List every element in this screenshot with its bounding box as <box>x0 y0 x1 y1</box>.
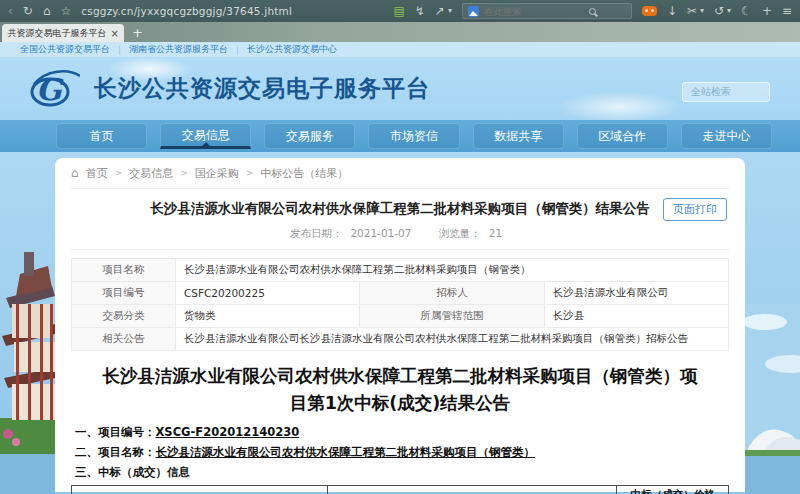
related-notice-link[interactable]: 长沙县洁源水业有限公司长沙县洁源水业有限公司农村供水保障工程第二批材料采购项目（… <box>176 327 729 350</box>
nav-market-credit[interactable]: 市场资信 <box>368 123 459 149</box>
category-label: 交易分类 <box>72 304 176 327</box>
link-divider: | <box>118 45 121 55</box>
breadcrumb-soe-procurement[interactable]: 国企采购 <box>195 166 239 181</box>
night-mode-icon[interactable]: ☾ <box>741 0 752 22</box>
project-no-value: CSFC20200225 <box>176 281 360 304</box>
page-background: 全国公共资源交易平台 | 湖南省公共资源服务平台 | 长沙公共资源交易中心 G … <box>0 42 800 494</box>
breadcrumb-home[interactable]: 首页 <box>86 166 108 181</box>
home-icon[interactable]: ⌂ <box>43 0 51 22</box>
nav-trading-info[interactable]: 交易信息 <box>160 123 251 149</box>
flash-icon[interactable]: ↯ <box>415 0 425 22</box>
back-icon[interactable]: ‹ <box>8 0 13 22</box>
site-title: 长沙公共资源交易电子服务平台 <box>94 73 682 104</box>
toolbar-search-box[interactable] <box>462 3 632 19</box>
scissors-icon[interactable]: ✂ <box>687 0 697 22</box>
article-header: 长沙县洁源水业有限公司农村供水保障工程第二批材料采购项目（钢管类）结果公告 页面… <box>71 189 729 222</box>
site-search-input[interactable] <box>691 86 761 97</box>
jurisdiction-value: 长沙县 <box>544 304 728 327</box>
site-search-box[interactable] <box>682 82 770 102</box>
tab-bar: 长沙公共资源交易电子服务平台 × + <box>0 22 800 42</box>
logo-letter: G <box>36 72 62 107</box>
category-value: 货物类 <box>176 304 360 327</box>
divider <box>71 249 729 250</box>
item-project-no-value[interactable]: XSCG-F202012140230 <box>156 425 300 439</box>
article-meta: 发布日期：2021-01-07 浏览量：21 <box>71 222 729 249</box>
bookmark-star-icon[interactable]: ☆ <box>61 0 72 22</box>
main-nav: 首页 交易信息 交易服务 市场资信 数据共享 区域合作 走进中心 <box>0 120 800 152</box>
chevron-down-icon[interactable]: ▾ <box>727 0 731 22</box>
address-bar[interactable]: csggzy.cn/jyxxgqcgzbggjg/37645.jhtml <box>81 5 292 17</box>
table-row: 项目名称 长沙县洁源水业有限公司农村供水保障工程第二批材料采购项目（钢管类） <box>72 258 729 281</box>
supplier-column-header: 中标（成交）供应商名称 <box>72 486 328 494</box>
page-title: 长沙县洁源水业有限公司农村供水保障工程第二批材料采购项目（钢管类）结果公告 <box>137 199 663 218</box>
related-notice-label: 相关公告 <box>72 327 176 350</box>
address-column-header: 地址 <box>328 486 617 494</box>
home-icon: ⌂ <box>71 166 79 180</box>
views-label: 浏览量： <box>439 227 481 239</box>
breadcrumb-separator: > <box>180 168 188 178</box>
tenderee-label: 招标人 <box>360 281 544 304</box>
gamepad-icon[interactable] <box>642 6 657 16</box>
new-tab-button[interactable]: + <box>132 25 143 40</box>
table-header-row: 中标（成交）供应商名称 地址 中标（成交）价格（元） <box>72 486 729 494</box>
breadcrumb: ⌂ 首页 > 交易信息 > 国企采购 > 中标公告（结果） <box>71 158 729 188</box>
print-page-button[interactable]: 页面打印 <box>663 198 727 221</box>
breadcrumb-award-notice[interactable]: 中标公告（结果） <box>260 166 348 181</box>
project-info-table: 项目名称 长沙县洁源水业有限公司农村供水保障工程第二批材料采购项目（钢管类） 项… <box>71 258 729 351</box>
tab-title: 长沙公共资源交易电子服务平台 <box>7 27 107 40</box>
table-row: 相关公告 长沙县洁源水业有限公司长沙县洁源水业有限公司农村供水保障工程第二批材料… <box>72 327 729 350</box>
nav-trading-services[interactable]: 交易服务 <box>264 123 355 149</box>
breadcrumb-trading-info[interactable]: 交易信息 <box>129 166 173 181</box>
nav-data-sharing[interactable]: 数据共享 <box>473 123 564 149</box>
content-panel: ⌂ 首页 > 交易信息 > 国企采购 > 中标公告（结果） 长沙县洁源水业有限公… <box>55 158 745 492</box>
table-row: 项目编号 CSFC20200225 招标人 长沙县洁源水业有限公司 <box>72 281 729 304</box>
publish-date: 2021-01-07 <box>350 227 411 239</box>
refresh-icon[interactable]: ↻ <box>23 0 33 22</box>
download-icon[interactable]: ↓ <box>667 0 677 22</box>
price-column-header: 中标（成交）价格（元） <box>617 486 729 494</box>
item-project-name-value[interactable]: 长沙县洁源水业有限公司农村供水保障工程第二批材料采购项目（钢管类） <box>156 445 536 459</box>
browser-tab[interactable]: 长沙公共资源交易电子服务平台 × <box>2 24 124 42</box>
item-project-no-label: 一、项目编号： <box>75 425 156 439</box>
project-name-label: 项目名称 <box>72 258 176 281</box>
link-divider: | <box>236 45 239 55</box>
link-changsha-center[interactable]: 长沙公共资源交易中心 <box>247 43 337 56</box>
tenderee-value: 长沙县洁源水业有限公司 <box>544 281 728 304</box>
site-logo: G <box>28 68 80 110</box>
pagoda-photo-decoration <box>0 238 55 494</box>
nav-regional-cooperation[interactable]: 区域合作 <box>577 123 668 149</box>
publish-date-label: 发布日期： <box>290 227 343 239</box>
chevron-down-icon[interactable]: ▾ <box>700 0 704 22</box>
item-award-info-label: 三、中标（成交）信息 <box>75 465 725 480</box>
nav-about-center[interactable]: 走进中心 <box>681 123 772 149</box>
award-result-table: 中标（成交）供应商名称 地址 中标（成交）价格（元） 湖南天卓管业有限公司 望城… <box>71 485 729 494</box>
share-icon[interactable]: ↗ <box>435 0 445 22</box>
arts-center-photo-decoration <box>745 304 800 494</box>
item-project-name: 二、项目名称：长沙县洁源水业有限公司农村供水保障工程第二批材料采购项目（钢管类） <box>75 445 725 460</box>
reader-mode-icon[interactable]: ▤ <box>393 0 404 22</box>
link-national-platform[interactable]: 全国公共资源交易平台 <box>20 43 110 56</box>
project-name-value: 长沙县洁源水业有限公司农村供水保障工程第二批材料采购项目（钢管类） <box>176 258 729 281</box>
link-hunan-platform[interactable]: 湖南省公共资源服务平台 <box>129 43 228 56</box>
jurisdiction-label: 所属管辖范围 <box>360 304 544 327</box>
breadcrumb-separator: > <box>115 168 123 178</box>
history-icon[interactable]: ↺ <box>714 0 724 22</box>
menu-icon[interactable]: ≡ <box>782 0 792 22</box>
quick-links-bar: 全国公共资源交易平台 | 湖南省公共资源服务平台 | 长沙公共资源交易中心 <box>0 42 800 57</box>
nav-home[interactable]: 首页 <box>56 123 147 149</box>
announcement-heading: 长沙县洁源水业有限公司农村供水保障工程第二批材料采购项目（钢管类）项目第1次中标… <box>101 363 699 417</box>
chevron-down-icon[interactable]: ▾ <box>448 0 452 22</box>
search-icon[interactable] <box>589 8 596 15</box>
item-project-name-label: 二、项目名称： <box>75 445 156 459</box>
add-icon[interactable]: + <box>762 0 772 22</box>
browser-toolbar: ‹ ↻ ⌂ ☆ csggzy.cn/jyxxgqcgzbggjg/37645.j… <box>0 0 800 22</box>
site-header: G 长沙公共资源交易电子服务平台 <box>0 57 800 120</box>
table-row: 交易分类 货物类 所属管辖范围 长沙县 <box>72 304 729 327</box>
close-icon[interactable]: × <box>111 28 119 39</box>
item-project-no: 一、项目编号：XSCG-F202012140230 <box>75 425 725 440</box>
project-no-label: 项目编号 <box>72 281 176 304</box>
toolbar-search-input[interactable] <box>484 6 584 17</box>
views-count: 21 <box>489 227 502 239</box>
photo-icon <box>468 6 479 17</box>
breadcrumb-separator: > <box>246 168 254 178</box>
